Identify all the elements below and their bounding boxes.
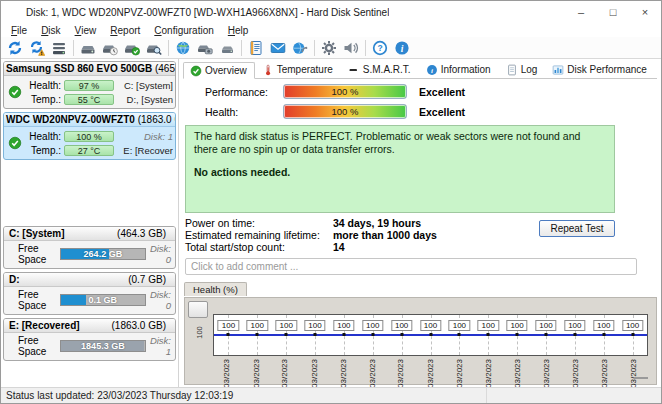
toolbar-globe-disk-button[interactable] [172, 38, 194, 58]
dash-icon [348, 64, 360, 76]
doc-icon [506, 64, 518, 76]
data-point [429, 333, 432, 336]
info-icon: i [426, 64, 438, 76]
data-point [631, 333, 634, 336]
toolbar-disk-search-button[interactable] [143, 38, 165, 58]
chart-plot-area: 1001001001001001001001001001001001001001… [213, 314, 648, 356]
thermometer-icon [262, 64, 274, 76]
toolbar-detect-disks-button[interactable] [48, 38, 70, 58]
health-row: Health: 100 % Excellent [183, 104, 657, 119]
menu-file[interactable]: File [4, 23, 34, 37]
performance-row: Performance: 100 % Excellent [183, 84, 657, 99]
data-point-label: 100 [622, 320, 643, 331]
tab-information[interactable]: iInformation [419, 61, 499, 78]
partition-disk-label: Disk: 0 [150, 289, 171, 311]
refresh-icon [7, 40, 23, 56]
x-tick-label: 18/03/2023 [484, 359, 493, 387]
chart-tab-health[interactable]: Health (%) [184, 282, 247, 296]
stat-label-start-stop-count: Total start/stop count: [185, 242, 333, 253]
data-point-label: 100 [449, 320, 470, 331]
toolbar-refresh-warning-button[interactable] [26, 38, 48, 58]
repeat-test-button[interactable]: Repeat Test [539, 220, 615, 237]
toolbar-sound-button[interactable] [340, 38, 362, 58]
health-rating: Excellent [419, 106, 465, 118]
performance-label: Performance: [205, 86, 277, 98]
status-bar-text: Status last updated: 23/03/2023 Thursday… [1, 388, 487, 403]
data-point-label: 100 [275, 320, 296, 331]
partition-free-row: Free Space264.2 GBDisk: 0 [4, 241, 175, 268]
partition-panel-c[interactable]: C: [System](464.3 GB)Free Space264.2 GBD… [3, 226, 176, 269]
toolbar-help-button[interactable]: ? [369, 38, 391, 58]
tab-label: Disk Performance [567, 64, 646, 75]
tab-temperature[interactable]: Temperature [255, 61, 341, 78]
tab-log[interactable]: Log [499, 61, 546, 78]
data-point-label: 100 [506, 320, 527, 331]
minimize-button[interactable]: – [565, 1, 597, 23]
toolbar-settings-button[interactable] [318, 38, 340, 58]
tab-overview[interactable]: Overview [183, 62, 255, 79]
close-button[interactable]: × [629, 1, 661, 23]
free-space-value: 264.2 GB [61, 249, 145, 259]
status-text: The hard disk status is PERFECT. Problem… [194, 130, 606, 156]
disk-status [6, 85, 23, 99]
status-help-icon[interactable] [624, 129, 637, 142]
status-row: The hard disk status is PERFECT. Problem… [183, 125, 657, 213]
tab-label: Temperature [277, 64, 333, 75]
health-help-icon[interactable] [624, 105, 637, 118]
partition-list: C: [System](464.3 GB)Free Space264.2 GBD… [3, 226, 176, 361]
free-space-value: 0.1 GB [61, 295, 145, 305]
tab-disk-performance[interactable]: Disk Performance [545, 61, 654, 78]
health-ok-icon [185, 105, 199, 119]
metric-label: Health: [23, 131, 61, 142]
toolbar-refresh-button[interactable] [4, 38, 26, 58]
menu-configuration[interactable]: Configuration [147, 23, 221, 37]
metric-bar: 27 °C [64, 145, 114, 156]
partition-panel-d[interactable]: D:(0.7 GB)Free Space0.1 GBDisk: 0 [3, 272, 176, 315]
health-label: Health: [205, 106, 277, 118]
maximize-button[interactable]: □ [597, 1, 629, 23]
repeat-test-help-icon[interactable] [624, 221, 637, 234]
menu-view[interactable]: View [68, 23, 104, 37]
status-action: No actions needed. [194, 166, 606, 179]
disk-rows: Health:100 %Disk: 1Temp.:27 °CE: [Recove… [23, 129, 173, 157]
online-icon [292, 40, 308, 56]
toolbar-disk-camera-button[interactable] [194, 38, 216, 58]
check-circle-icon [190, 65, 202, 77]
menu-help[interactable]: Help [221, 23, 256, 37]
tab-s-m-a-r-t[interactable]: S.M.A.R.T. [341, 61, 419, 78]
report-icon [248, 40, 264, 56]
data-point-label: 100 [362, 320, 383, 331]
tab-label: Information [441, 64, 491, 75]
disk-camera-icon [197, 40, 213, 56]
stat-value-start-stop-count: 14 [333, 242, 657, 253]
tab-label: Log [521, 64, 538, 75]
performance-help-icon[interactable] [624, 85, 637, 98]
metric-label: Health: [23, 80, 61, 91]
toolbar-info-button[interactable]: i [391, 38, 413, 58]
menu-report[interactable]: Report [103, 23, 147, 37]
x-tick-label: 16/03/2023 [426, 359, 435, 387]
disk-side-label: Disk: 1 [117, 131, 173, 142]
toolbar-mail-button[interactable] [267, 38, 289, 58]
toolbar-disk-clock-button[interactable] [99, 38, 121, 58]
disk-panel-1[interactable]: WDC WD20NPVZ-00WFZT0 (1863.0 GB)Health:1… [3, 112, 176, 160]
free-space-value: 1845.3 GB [61, 341, 145, 351]
disk-panel-0[interactable]: Samsung SSD 860 EVO 500GB (465.8 GB)Heal… [3, 61, 176, 109]
data-point-label: 100 [218, 320, 239, 331]
disk-side-label: E: [Recover [117, 145, 173, 156]
toolbar-report-button[interactable] [245, 38, 267, 58]
toolbar-online-button[interactable] [289, 38, 311, 58]
disk-status [6, 136, 23, 150]
chart-resize-handle[interactable] [634, 377, 648, 379]
toolbar-disk-remote-button[interactable] [216, 38, 238, 58]
toolbar-disk-accept-button[interactable] [121, 38, 143, 58]
partition-panel-e[interactable]: E: [Recovered](1863.0 GB)Free Space1845.… [3, 318, 176, 361]
tab-bar: OverviewTemperatureS.M.A.R.T.iInformatio… [183, 61, 657, 79]
comment-input[interactable] [185, 258, 637, 275]
menu-disk[interactable]: Disk [34, 23, 67, 37]
tab-alerts[interactable]: Alerts [655, 61, 661, 78]
save-chart-button[interactable] [188, 301, 208, 318]
performance-bar: 100 % [283, 84, 407, 99]
toolbar-disk-button[interactable] [77, 38, 99, 58]
free-space-bar: 264.2 GB [60, 248, 146, 260]
